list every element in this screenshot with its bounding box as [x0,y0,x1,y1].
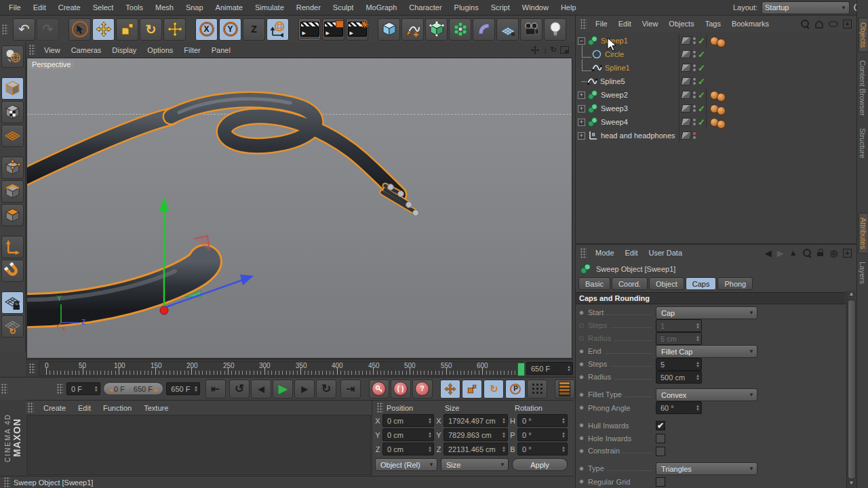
anim-dot-icon[interactable] [579,362,584,367]
redo-button[interactable] [37,18,59,41]
y-axis-lock-button[interactable]: Y [219,18,241,41]
render-tag-icon[interactable] [681,37,692,45]
menu-script[interactable]: Script [485,3,516,12]
snap-button[interactable] [1,260,24,282]
previous-key-button[interactable] [229,380,250,399]
max-frame-field[interactable]: 650 F ▲▼ [166,382,200,395]
object-row-circle[interactable]: Circle [576,47,856,61]
object-name[interactable]: head and headphones [601,131,675,140]
menu-select[interactable]: Select [87,3,120,12]
add-primitive-button[interactable] [378,18,400,41]
dock-tab-content-browser[interactable]: Content Browser [859,56,867,120]
live-selection-button[interactable] [68,18,91,41]
visibility-dots[interactable] [693,64,696,71]
viewport-canvas[interactable]: Y Z x Perspective [26,58,572,359]
key-position-toggle[interactable] [440,380,460,399]
size-x-field[interactable]: 17924.497 cm▲▼ [443,414,508,427]
keyframe-selection-button[interactable]: ? [412,380,433,399]
dock-tab-layers[interactable]: Layers [859,258,867,288]
toolbar-grip[interactable] [2,24,8,35]
render-tag-icon[interactable] [681,131,692,140]
menu-plugins[interactable]: Plugins [448,3,485,12]
key-parameter-toggle[interactable]: P [505,380,526,399]
material-tags[interactable] [706,115,726,129]
timeline-grip[interactable] [29,363,35,373]
model-mode-button[interactable] [1,77,24,100]
end-steps-field[interactable]: 5▲▼ [656,358,702,371]
key-rotation-toggle[interactable]: ↻ [484,380,504,399]
visibility-dots[interactable] [693,37,696,44]
regular-grid-checkbox[interactable] [656,477,665,487]
edges-mode-button[interactable] [1,180,24,203]
rotate-view-icon[interactable]: ↻ [551,45,557,54]
undo-button[interactable] [13,18,35,41]
expand-icon[interactable]: + [578,105,585,113]
preview-range-slider[interactable]: ◀ 0 F 650 F ▶ [103,382,164,395]
key-scale-toggle[interactable] [462,380,482,399]
expand-icon[interactable]: + [578,119,585,126]
attr-search-icon[interactable] [803,249,812,258]
next-key-button[interactable] [316,380,336,399]
menu-mesh[interactable]: Mesh [149,3,180,12]
pos-x-field[interactable]: 0 cm▲▼ [382,414,434,427]
tab-object[interactable]: Object [649,277,684,290]
enabled-check-icon[interactable] [698,104,705,114]
object-row-sweep4[interactable]: + Sweep4 [576,115,856,129]
anim-dot-icon[interactable] [579,466,584,471]
lock-icon[interactable] [817,249,825,257]
status-grip[interactable] [4,477,10,487]
attributes-scrollbar[interactable]: ▲ ▼ [846,291,856,488]
visibility-dots[interactable] [693,78,696,85]
lock-workplane-button[interactable] [1,291,24,314]
anim-dot-icon[interactable] [579,449,584,453]
menu-tools[interactable]: Tools [119,3,149,12]
rot-p-field[interactable]: 0 °▲▼ [517,428,568,441]
end-dropdown[interactable]: Fillet Cap▼ [656,345,757,358]
attr-add-panel-icon[interactable]: + [843,249,852,258]
anim-dot-icon[interactable] [579,375,584,380]
materials-menu-edit[interactable]: Edit [72,404,97,412]
timeline-window-button[interactable] [555,380,575,399]
scale-tool-button[interactable] [116,18,138,41]
spinner-arrows-icon[interactable]: ▲▼ [565,365,571,372]
key-pla-toggle[interactable] [527,380,547,399]
coord-mode-dropdown[interactable]: Object (Rel)▼ [375,458,437,471]
menu-sculpt[interactable]: Sculpt [327,3,360,12]
om-menu-file[interactable]: File [590,20,613,28]
menu-render[interactable]: Render [290,3,327,12]
viewport-menu-cameras[interactable]: Cameras [66,46,107,54]
coords-grip[interactable] [377,403,383,413]
attr-menu-mode[interactable]: Mode [590,249,620,257]
apply-button[interactable]: Apply [512,458,568,471]
transport-grip[interactable] [1,384,7,394]
fillet-type-dropdown[interactable]: Convex▼ [656,388,757,401]
add-camera-button[interactable] [520,18,542,41]
om-menu-bookmarks[interactable]: Bookmarks [726,20,774,28]
target-icon[interactable] [830,248,837,258]
enabled-check-icon[interactable] [698,90,705,100]
end-radius-field[interactable]: 500 cm▲▼ [656,371,702,384]
last-used-tool-button[interactable] [163,18,186,41]
menu-simulate[interactable]: Simulate [249,3,290,12]
object-name[interactable]: Circle [605,50,624,58]
type-dropdown[interactable]: Triangles▼ [656,462,757,475]
phong-angle-field[interactable]: 60 °▲▼ [656,401,702,414]
size-y-field[interactable]: 7829.863 cm▲▼ [443,428,508,441]
om-menu-tags[interactable]: Tags [700,20,726,28]
timeline-ruler[interactable]: 0 50 100 150 200 250 300 350 400 450 500… [39,361,523,376]
add-light-button[interactable] [544,18,566,41]
om-search-icon[interactable] [801,20,810,28]
viewport-grip[interactable] [29,45,35,55]
materials-menu-create[interactable]: Create [37,404,72,412]
points-mode-button[interactable] [1,157,24,179]
attr-menu-edit[interactable]: Edit [620,249,644,257]
home-icon[interactable] [814,20,824,28]
menu-mograph[interactable]: MoGraph [359,3,403,12]
transport-grip2[interactable] [57,384,63,394]
tab-coord[interactable]: Coord. [612,277,648,290]
render-tag-icon[interactable] [681,118,692,126]
add-subdivision-surface-button[interactable] [425,18,448,41]
dock-tab-structure[interactable]: Structure [859,124,867,163]
render-settings-button[interactable]: ✳ [346,18,368,41]
texture-mode-button[interactable] [1,101,24,123]
